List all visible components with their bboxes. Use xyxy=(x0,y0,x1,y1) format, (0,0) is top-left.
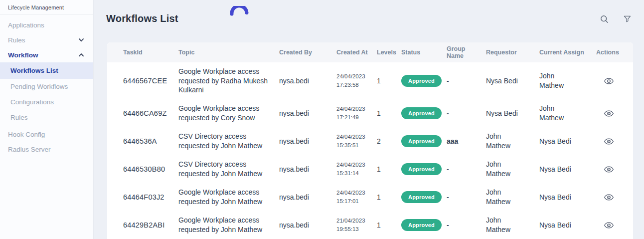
sidebar-item-label: Radius Server xyxy=(8,146,51,153)
current-assign-name: John Mathew xyxy=(539,104,579,123)
requestor-name: Nysa Bedi xyxy=(486,109,518,118)
sidebar-item-label: Workflow xyxy=(8,51,38,59)
table-row: 6446530B80 CSV Directory access requeste… xyxy=(107,155,633,183)
created-time: 15:35:51 xyxy=(336,141,372,150)
table-row: 64429B2ABI Google Workplace access reque… xyxy=(107,211,633,239)
sidebar-heading: Lifecycle Management xyxy=(0,0,93,14)
current-assign-cell: John Mathew xyxy=(539,71,596,90)
sidebar-item-rules-sub[interactable]: Rules xyxy=(0,110,93,125)
created-at-cell: 21/04/2023 19:55:13 xyxy=(336,217,377,234)
created-date: 21/04/2023 xyxy=(336,217,372,225)
column-header-requestor: Requestor xyxy=(486,49,539,56)
task-id-cell: 64464F03J2 xyxy=(123,193,178,201)
created-by-cell: nysa.bedi xyxy=(279,165,336,173)
actions-cell xyxy=(596,191,633,204)
created-by-cell: nysa.bedi xyxy=(279,221,336,229)
column-header-taskid: TaskId xyxy=(123,49,178,56)
topbar-icons xyxy=(599,14,632,24)
sidebar-item-applications[interactable]: Applications xyxy=(0,17,93,32)
view-workflow-eye-icon[interactable] xyxy=(603,135,615,148)
sidebar-item-label: Rules xyxy=(10,114,28,121)
levels-cell: 2 xyxy=(377,137,401,145)
created-date: 24/04/2023 xyxy=(336,161,372,169)
status-cell: Approved xyxy=(401,107,447,119)
main-content: Workflows List TaskId Topic Cr xyxy=(94,0,644,239)
column-header-actions: Actions xyxy=(596,49,633,56)
requestor-cell: John Mathew xyxy=(486,132,539,151)
table-header-row: TaskId Topic Created By Created At Level… xyxy=(107,42,633,62)
created-date: 24/04/2023 xyxy=(336,72,372,81)
filter-icon[interactable] xyxy=(623,14,632,24)
view-workflow-eye-icon[interactable] xyxy=(603,191,615,204)
created-time: 19:55:13 xyxy=(336,225,372,234)
topic-cell: Google Workplace access requested by Joh… xyxy=(178,188,279,207)
current-assign-cell: Nysa Bedi xyxy=(539,221,596,230)
actions-cell xyxy=(596,107,633,120)
task-id-cell: 6446536A xyxy=(123,137,178,145)
task-id-cell: 64466CA69Z xyxy=(123,109,178,117)
table-row: 64466CA69Z Google Workplace access reque… xyxy=(107,99,633,127)
requestor-cell: Nysa Bedi xyxy=(486,76,539,86)
created-by-cell: nysa.bedi xyxy=(279,109,336,117)
created-at-cell: 24/04/2023 17:21:49 xyxy=(336,105,377,122)
status-cell: Approved xyxy=(401,163,447,175)
view-workflow-eye-icon[interactable] xyxy=(603,107,615,120)
sidebar-item-rules[interactable]: Rules xyxy=(0,32,93,47)
current-assign-cell: John Mathew xyxy=(539,104,596,123)
view-workflow-eye-icon[interactable] xyxy=(603,163,615,176)
created-at-cell: 24/04/2023 15:35:51 xyxy=(336,133,377,150)
status-badge: Approved xyxy=(401,107,442,119)
topic-cell: Google Workplace access requested by Cor… xyxy=(178,104,279,123)
created-time: 15:31:14 xyxy=(336,169,372,178)
search-icon[interactable] xyxy=(599,14,610,24)
column-header-levels: Levels xyxy=(377,49,401,56)
topic-cell: Google Workplace access requested by Rad… xyxy=(178,67,279,95)
current-assign-name: Nysa Bedi xyxy=(539,165,571,174)
actions-cell xyxy=(596,75,633,87)
levels-cell: 1 xyxy=(377,165,401,173)
status-badge: Approved xyxy=(401,163,442,175)
created-at-cell: 24/04/2023 15:17:01 xyxy=(336,189,377,206)
requestor-cell: John Mathew xyxy=(486,188,539,207)
sidebar-item-label: Applications xyxy=(8,21,44,29)
sidebar-item-label: Hook Config xyxy=(8,131,45,138)
levels-cell: 1 xyxy=(377,193,401,201)
sidebar-item-workflows-list[interactable]: Workflows List xyxy=(0,62,93,79)
created-by-cell: nysa.bedi xyxy=(279,137,336,145)
view-workflow-eye-icon[interactable] xyxy=(603,219,615,232)
group-name-cell: - xyxy=(447,165,486,173)
sidebar-item-workflow[interactable]: Workflow xyxy=(0,47,93,62)
status-cell: Approved xyxy=(401,75,447,87)
topic-cell: CSV Directory access requested by John M… xyxy=(178,132,279,151)
sidebar-item-hook-config[interactable]: Hook Config xyxy=(0,127,93,142)
requestor-name: John Mathew xyxy=(486,216,526,235)
created-date: 24/04/2023 xyxy=(336,189,372,197)
group-name-cell: - xyxy=(447,109,486,117)
levels-cell: 1 xyxy=(377,109,401,117)
sidebar-item-label: Rules xyxy=(8,36,25,44)
view-workflow-eye-icon[interactable] xyxy=(603,75,615,87)
created-at-cell: 24/04/2023 17:23:58 xyxy=(336,72,377,90)
table-row: 6446567CEE Google Workplace access reque… xyxy=(107,62,633,99)
current-assign-name: Nysa Bedi xyxy=(539,137,571,146)
requestor-cell: Nysa Bedi xyxy=(486,109,539,118)
sidebar-item-radius-server[interactable]: Radius Server xyxy=(0,142,93,157)
column-header-created-at: Created At xyxy=(336,49,377,56)
topic-cell: Google Workplace access requested by Joh… xyxy=(178,216,279,235)
created-by-cell: nysa.bedi xyxy=(279,77,336,85)
created-time: 15:17:01 xyxy=(336,197,372,206)
status-cell: Approved xyxy=(401,219,447,231)
chevron-down-icon xyxy=(78,37,84,43)
created-time: 17:23:58 xyxy=(336,81,372,89)
actions-cell xyxy=(596,163,633,176)
group-name-cell: aaa xyxy=(447,137,486,145)
column-header-topic: Topic xyxy=(178,49,279,56)
status-cell: Approved xyxy=(401,191,447,203)
sidebar-item-label: Workflows List xyxy=(10,67,58,74)
status-badge: Approved xyxy=(401,75,442,87)
current-assign-name: Nysa Bedi xyxy=(539,221,571,230)
sidebar-item-pending-workflows[interactable]: Pending Workflows xyxy=(0,79,93,94)
column-header-current-assign: Current Assign xyxy=(539,49,596,56)
task-id-cell: 64429B2ABI xyxy=(123,221,178,229)
sidebar-item-configurations[interactable]: Configurations xyxy=(0,94,93,110)
